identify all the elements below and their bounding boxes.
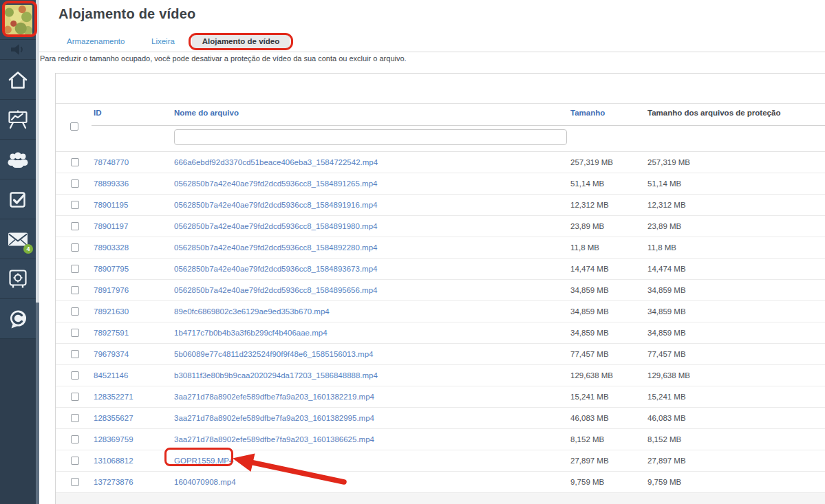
page-description: Para reduzir o tamanho ocupado, você pod…	[40, 54, 407, 63]
table-row: 78899336 0562850b7a42e40ae79fd2dcd5936cc…	[56, 173, 825, 195]
file-name-link[interactable]: 0562850b7a42e40ae79fd2dcd5936cc8_1584891…	[174, 201, 570, 209]
file-id-link[interactable]: 78899336	[94, 179, 174, 188]
file-size: 34,859 MB	[570, 286, 647, 294]
file-name-link[interactable]: 5b06089e77c4811d232524f90f9f48e6_1585156…	[174, 350, 570, 358]
table-toolbar-empty	[56, 74, 825, 104]
file-id-link[interactable]: 131068812	[94, 457, 174, 465]
sidebar-item-analytics[interactable]	[0, 100, 36, 140]
users-icon	[7, 151, 29, 168]
file-protection-size: 14,474 MB	[647, 265, 825, 273]
row-checkbox[interactable]	[71, 265, 79, 273]
tasks-checkbox-icon	[8, 189, 28, 210]
file-protection-size: 34,859 MB	[647, 329, 825, 337]
row-checkbox[interactable]	[71, 350, 79, 358]
file-id-link[interactable]: 78921630	[94, 307, 174, 316]
tab-lixeira[interactable]: Lixeira	[151, 37, 175, 45]
file-protection-size: 34,859 MB	[647, 307, 825, 316]
file-id-link[interactable]: 84521146	[94, 371, 174, 380]
row-checkbox[interactable]	[71, 201, 79, 209]
file-name-link[interactable]: 0562850b7a42e40ae79fd2dcd5936cc8_1584893…	[174, 265, 570, 273]
file-name-link[interactable]: 0562850b7a42e40ae79fd2dcd5936cc8_1584892…	[174, 243, 570, 252]
file-size: 23,89 MB	[570, 222, 647, 230]
row-checkbox[interactable]	[71, 478, 79, 486]
file-id-link[interactable]: 128369759	[94, 435, 174, 443]
file-name-link[interactable]: 3aa271d78a8902efe589dfbe7fa9a203_1601386…	[174, 435, 570, 443]
page-title: Alojamento de vídeo	[58, 6, 195, 22]
file-size: 9,759 MB	[570, 478, 647, 486]
row-checkbox[interactable]	[71, 179, 79, 188]
file-size: 51,14 MB	[570, 179, 647, 188]
file-name-link[interactable]: 1604070908.mp4	[174, 478, 570, 486]
file-id-link[interactable]: 78903328	[94, 243, 174, 252]
row-checkbox[interactable]	[71, 307, 79, 316]
file-protection-size: 11,8 MB	[647, 243, 825, 252]
row-checkbox[interactable]	[71, 457, 79, 465]
file-id-link[interactable]: 78901197	[94, 222, 174, 230]
file-name-link[interactable]: 0562850b7a42e40ae79fd2dcd5936cc8_1584891…	[174, 222, 570, 230]
chat-icon	[8, 309, 28, 329]
sidebar-item-vault[interactable]	[0, 259, 36, 299]
file-name-link[interactable]: 3aa271d78a8902efe589dfbe7fa9a203_1601382…	[174, 393, 570, 401]
file-id-link[interactable]: 128352271	[94, 393, 174, 401]
file-id-link[interactable]: 137273876	[94, 478, 174, 486]
file-name-link[interactable]: 89e0fc6869802c3e6129ae9ed353b670.mp4	[174, 307, 570, 316]
file-id-link[interactable]: 78901195	[94, 201, 174, 209]
column-header-id[interactable]: ID	[94, 109, 174, 117]
table-row: 128369759 3aa271d78a8902efe589dfbe7fa9a2…	[56, 429, 825, 450]
sidebar-item-chat[interactable]	[0, 299, 36, 339]
file-protection-size: 77,457 MB	[647, 350, 825, 358]
column-header-size[interactable]: Tamanho	[570, 109, 647, 117]
tab-alojamento-de-video-active[interactable]: Alojamento de vídeo	[192, 35, 290, 48]
table-row: 84521146 b30811f3e80b9b9caa2020294da1720…	[56, 365, 825, 386]
select-all-checkbox[interactable]	[70, 122, 78, 131]
filename-filter-input[interactable]	[174, 129, 567, 145]
sidebar-filler	[0, 339, 36, 504]
file-name-link[interactable]: 1b4717c7b0b4b3a3f6b299cf4b406aae.mp4	[174, 329, 570, 337]
row-checkbox[interactable]	[71, 329, 79, 337]
file-name-link[interactable]: GOPR1559.MP4	[174, 457, 570, 465]
safe-vault-icon	[7, 269, 29, 289]
file-size: 129,638 MB	[570, 371, 647, 380]
main-content: Alojamento de vídeo Armazenamento Lixeir…	[39, 0, 825, 504]
file-name-link[interactable]: 0562850b7a42e40ae79fd2dcd5936cc8_1584891…	[174, 179, 570, 188]
file-id-link[interactable]: 78927591	[94, 329, 174, 337]
file-id-link[interactable]: 128355627	[94, 414, 174, 422]
row-checkbox[interactable]	[71, 286, 79, 294]
file-id-link[interactable]: 78748770	[94, 158, 174, 166]
file-name-link[interactable]: 666a6ebdf92d3370cd51beace406eba3_1584722…	[174, 158, 570, 166]
sidebar-item-mail[interactable]: 4	[0, 219, 36, 259]
file-id-link[interactable]: 79679374	[94, 350, 174, 358]
file-protection-size: 34,859 MB	[647, 286, 825, 294]
row-checkbox[interactable]	[71, 414, 79, 422]
file-id-link[interactable]: 78917976	[94, 286, 174, 294]
column-header-protection-size: Tamanho dos arquivos de proteção	[647, 109, 825, 117]
row-checkbox[interactable]	[71, 435, 79, 443]
file-protection-size: 46,083 MB	[647, 414, 825, 422]
table-row: 128352271 3aa271d78a8902efe589dfbe7fa9a2…	[56, 386, 825, 408]
sidebar-item-users[interactable]	[0, 140, 36, 179]
table-row: 78921630 89e0fc6869802c3e6129ae9ed353b67…	[56, 301, 825, 322]
file-size: 34,859 MB	[570, 307, 647, 316]
file-protection-size: 12,312 MB	[647, 201, 825, 209]
file-name-link[interactable]: 0562850b7a42e40ae79fd2dcd5936cc8_1584895…	[174, 286, 570, 294]
row-checkbox[interactable]	[71, 393, 79, 401]
row-checkbox[interactable]	[71, 158, 79, 166]
row-checkbox[interactable]	[71, 371, 79, 380]
table-row: 78901197 0562850b7a42e40ae79fd2dcd5936cc…	[56, 216, 825, 237]
file-name-link[interactable]: 3aa271d78a8902efe589dfbe7fa9a203_1601382…	[174, 414, 570, 422]
row-checkbox[interactable]	[71, 222, 79, 230]
sidebar-item-home[interactable]	[0, 60, 36, 100]
sidebar-item-sound[interactable]	[0, 40, 36, 60]
file-name-link[interactable]: b30811f3e80b9b9caa2020294da17203_1586848…	[174, 371, 570, 380]
file-id-link[interactable]: 78907795	[94, 265, 174, 273]
column-header-name[interactable]: Nome do arquivo	[174, 109, 570, 117]
tab-armazenamento[interactable]: Armazenamento	[67, 37, 125, 45]
sidebar-item-tasks[interactable]	[0, 179, 36, 219]
table-row: 78748770 666a6ebdf92d3370cd51beace406eba…	[56, 152, 825, 173]
file-size: 257,319 MB	[570, 158, 647, 166]
app-logo	[3, 5, 32, 35]
table-row: 131068812 GOPR1559.MP4 27,897 MB 27,897 …	[56, 450, 825, 472]
table-row: 137273876 1604070908.mp4 9,759 MB 9,759 …	[56, 472, 825, 493]
row-checkbox[interactable]	[71, 243, 79, 252]
sidebar-item-logo[interactable]	[0, 0, 36, 40]
